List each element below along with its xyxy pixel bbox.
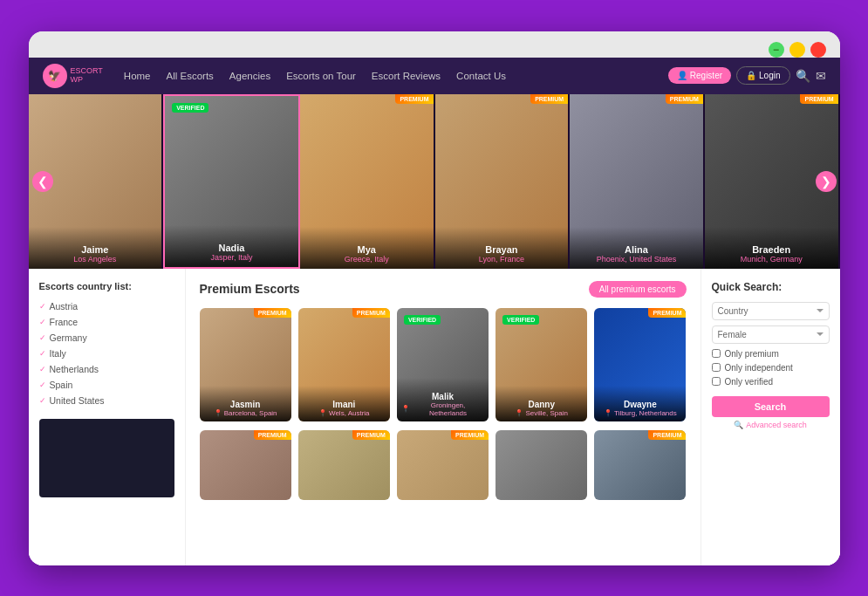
hero-card-4[interactable]: PREMIUM Alina Phoenix, United States	[570, 94, 705, 269]
mail-icon[interactable]: ✉	[816, 69, 826, 83]
hero-card-name-3: Brayan	[441, 244, 564, 255]
checkbox-independent-input[interactable]	[712, 363, 721, 372]
nav-home[interactable]: Home	[117, 67, 158, 85]
escort-name-4: Dwayne	[598, 400, 681, 409]
sidebar-item-united-states[interactable]: United States	[39, 393, 174, 408]
carousel-prev-button[interactable]: ❮	[32, 171, 53, 192]
all-premium-button[interactable]: All premium escorts	[589, 281, 687, 298]
escort-name-2: Malik	[401, 392, 484, 401]
hero-carousel: ❮ Jaime Los Angeles VERIFIED Nadia	[29, 94, 840, 269]
browser-chrome: −	[29, 31, 840, 58]
checkbox-only-premium[interactable]: Only premium	[712, 349, 830, 359]
logo-text: ESCORT WP	[71, 67, 103, 85]
country-select[interactable]: Country	[712, 302, 830, 320]
escort-card-sm-image-3	[496, 430, 587, 500]
escort-card-0[interactable]: PREMIUM Jasmin 📍 Barcelona, Spain	[200, 308, 291, 421]
lock-icon: 🔒	[746, 71, 756, 80]
hero-card-location-1: Jasper, Italy	[170, 253, 293, 262]
sidebar-advertisement	[39, 419, 174, 497]
escort-card-sm-image-4	[594, 430, 686, 500]
checkbox-verified-input[interactable]	[712, 377, 721, 386]
escort-card-info-4: Dwayne 📍 Tilburg, Netherlands	[594, 386, 686, 421]
hero-card-2[interactable]: PREMIUM Mya Greece, Italy	[300, 94, 435, 269]
escort-card-1[interactable]: PREMIUM Imani 📍 Wels, Austria	[298, 308, 390, 421]
hero-card-info-4: Alina Phoenix, United States	[570, 227, 703, 269]
escort-card-sm-0[interactable]: PREMIUM	[200, 430, 291, 500]
escort-card-2[interactable]: VERIFIED Malik 📍 Groningen, Netherlands	[397, 308, 489, 421]
badge-verified-1: VERIFIED	[172, 103, 208, 113]
gender-select[interactable]: Female	[712, 325, 830, 344]
checkbox-premium-input[interactable]	[712, 349, 721, 358]
search-icon[interactable]: 🔍	[796, 69, 810, 83]
maximize-button[interactable]	[789, 42, 805, 58]
browser-window: − 🦅 ESCORT WP Home All Escorts Agencies …	[29, 31, 840, 565]
sidebar-item-spain[interactable]: Spain	[39, 377, 174, 393]
user-icon: 👤	[677, 71, 687, 80]
escort-grid-row2: PREMIUM PREMIUM PREMIUM	[200, 430, 687, 500]
badge-premium-4: PREMIUM	[666, 94, 703, 104]
minimize-button[interactable]: −	[769, 42, 784, 58]
sidebar-title: Escorts country list:	[39, 281, 174, 291]
hero-card-location-2: Greece, Italy	[305, 255, 428, 264]
hero-card-name-2: Mya	[305, 244, 428, 255]
search-button[interactable]: Search	[712, 396, 830, 417]
escort-card-4[interactable]: PREMIUM Dwayne 📍 Tilburg, Netherlands	[594, 308, 686, 421]
hero-card-info-0: Jaime Los Angeles	[29, 227, 162, 269]
advanced-search-link[interactable]: 🔍 Advanced search	[712, 421, 830, 429]
sidebar-item-netherlands[interactable]: Netherlands	[39, 361, 174, 377]
escort-badge-sm-4: PREMIUM	[648, 430, 686, 440]
escort-card-3[interactable]: VERIFIED Danny 📍 Seville, Spain	[496, 308, 587, 421]
traffic-lights: −	[769, 42, 826, 58]
hero-card-location-3: Lyon, France	[441, 255, 564, 264]
escort-card-sm-image-1	[298, 430, 390, 500]
sidebar-item-germany[interactable]: Germany	[39, 330, 174, 346]
escort-card-sm-1[interactable]: PREMIUM	[298, 430, 390, 500]
hero-card-location-4: Phoenix, United States	[575, 255, 698, 264]
nav-agencies[interactable]: Agencies	[222, 67, 277, 85]
login-button[interactable]: 🔒 Login	[736, 66, 789, 85]
nav-escort-reviews[interactable]: Escort Reviews	[365, 67, 448, 85]
pin-icon-4: 📍	[604, 409, 612, 417]
carousel-next-button[interactable]: ❯	[816, 171, 837, 192]
sidebar-item-italy[interactable]: Italy	[39, 346, 174, 361]
register-button[interactable]: 👤 Register	[668, 67, 731, 84]
hero-card-1[interactable]: VERIFIED Nadia Jasper, Italy	[163, 94, 300, 269]
escort-name-0: Jasmin	[204, 400, 287, 409]
nav-escorts-on-tour[interactable]: Escorts on Tour	[279, 67, 363, 85]
escort-grid-row1: PREMIUM Jasmin 📍 Barcelona, Spain PREMI	[200, 308, 687, 421]
escort-badge-verified-2: VERIFIED	[404, 315, 441, 325]
sidebar: Escorts country list: Austria France Ger…	[29, 269, 186, 565]
close-button[interactable]	[810, 42, 826, 58]
hero-card-location-0: Los Angeles	[34, 255, 157, 264]
browser-content: 🦅 ESCORT WP Home All Escorts Agencies Es…	[29, 58, 840, 565]
escort-card-info-3: Danny 📍 Seville, Spain	[496, 386, 587, 421]
hero-card-location-5: Munich, Germany	[710, 255, 833, 264]
hero-card-info-3: Brayan Lyon, France	[435, 227, 569, 269]
sidebar-item-austria[interactable]: Austria	[39, 298, 174, 314]
nav-all-escorts[interactable]: All Escorts	[160, 67, 221, 85]
nav-contact-us[interactable]: Contact Us	[449, 67, 513, 85]
sidebar-item-france[interactable]: France	[39, 314, 174, 330]
escort-card-sm-4[interactable]: PREMIUM	[594, 430, 686, 500]
escort-location-0: 📍 Barcelona, Spain	[204, 409, 287, 417]
hero-card-info-2: Mya Greece, Italy	[300, 227, 434, 269]
escort-location-1: 📍 Wels, Austria	[303, 409, 386, 417]
escort-card-sm-2[interactable]: PREMIUM	[397, 430, 489, 500]
main-content: Escorts country list: Austria France Ger…	[29, 269, 840, 565]
escort-card-sm-3[interactable]	[496, 430, 587, 500]
quick-search-title: Quick Search:	[712, 281, 830, 293]
pin-icon-0: 📍	[214, 409, 222, 417]
logo[interactable]: 🦅 ESCORT WP	[43, 64, 103, 88]
escort-name-1: Imani	[303, 400, 386, 409]
content-area: Premium Escorts All premium escorts PREM…	[186, 269, 701, 565]
hero-card-name-0: Jaime	[34, 244, 157, 255]
hero-card-name-4: Alina	[575, 244, 698, 255]
hero-card-3[interactable]: PREMIUM Brayan Lyon, France	[435, 94, 571, 269]
pin-icon-2: 📍	[401, 405, 410, 413]
section-title: Premium Escorts	[200, 282, 300, 296]
checkbox-only-independent[interactable]: Only independent	[712, 363, 830, 373]
checkbox-only-verified[interactable]: Only verified	[712, 377, 830, 387]
escort-location-4: 📍 Tilburg, Netherlands	[598, 409, 681, 417]
escort-badge-premium-4: PREMIUM	[648, 308, 686, 318]
pin-icon-1: 📍	[318, 409, 327, 417]
